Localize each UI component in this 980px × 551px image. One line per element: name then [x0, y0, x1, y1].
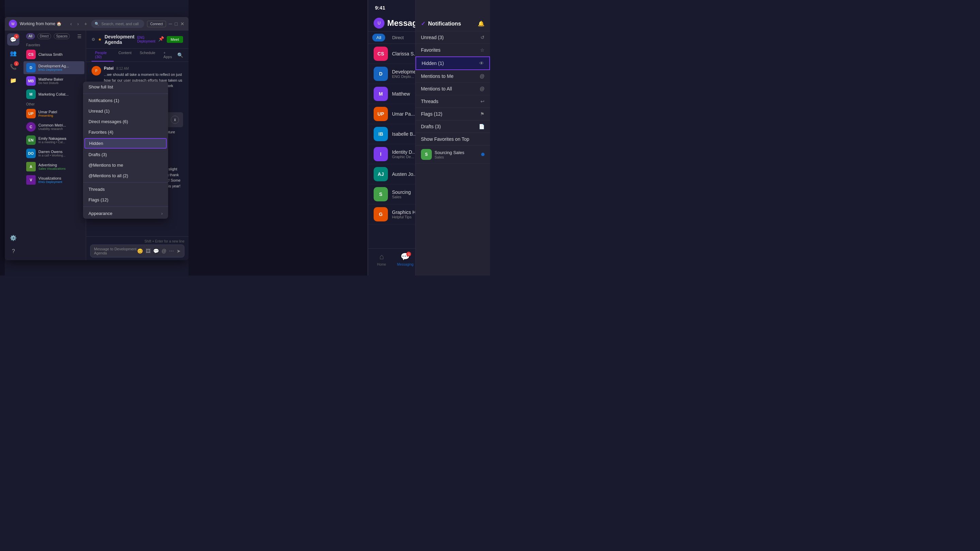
sidebar-icon-chat[interactable]: 💬 4: [7, 33, 19, 46]
sidebar-icon-team[interactable]: 👥: [7, 47, 19, 59]
notif-item-sourcing[interactable]: S Sourcing Sales Sales: [415, 146, 490, 164]
send-icon[interactable]: ➤: [177, 248, 181, 254]
channel-item-darren[interactable]: DO Darren Owens In a call • Working...: [24, 147, 84, 160]
notif-item-flags[interactable]: Flags (12) ⚑: [415, 108, 490, 121]
menu-item-show-full[interactable]: Show full list: [83, 82, 168, 92]
mobile-avatar: AJ: [374, 167, 388, 181]
home-icon: ⌂: [379, 252, 384, 261]
channel-name: Umar Patel: [38, 110, 82, 114]
menu-item-flags[interactable]: Flags (12): [83, 195, 168, 205]
notif-item-mentions-me[interactable]: Mentions to Me @: [415, 70, 490, 83]
image-icon[interactable]: 🖼: [146, 248, 150, 254]
viz-avatar: V: [26, 175, 36, 185]
channel-item-development[interactable]: D Development Ag... ENG Deployment: [24, 61, 84, 74]
mention-all-icon: @: [480, 86, 485, 92]
notif-item-threads[interactable]: Threads ↩: [415, 95, 490, 108]
notif-item-favorites[interactable]: Favorites ☆: [415, 44, 490, 56]
nav-item-messaging[interactable]: 💬 3 Messaging: [397, 252, 414, 266]
notif-item-mentions-all[interactable]: Mentions to All @: [415, 83, 490, 95]
close-button[interactable]: ✕: [180, 21, 185, 27]
menu-item-mentions-all[interactable]: @Mentions to all (2): [83, 170, 168, 181]
user-avatar: W: [9, 20, 17, 28]
filter-spaces[interactable]: Spaces: [54, 33, 70, 39]
connect-button[interactable]: Connect: [147, 21, 166, 27]
channel-item-emily[interactable]: EN Emily Nakagawa In a meeting • Cal...: [24, 134, 84, 147]
notif-label: Hidden (1): [422, 60, 444, 66]
filter-all[interactable]: All: [26, 33, 35, 39]
search-bar[interactable]: 🔍 Search, meet, and call: [91, 20, 144, 28]
notif-channel-name: Sourcing Sales: [434, 150, 464, 155]
filter-direct[interactable]: Direct: [37, 33, 51, 39]
channel-item-marketing[interactable]: M Marketing Collat...: [24, 88, 84, 101]
channel-list: All Direct Spaces ☰ Favorites CS Clariss…: [22, 30, 86, 260]
menu-item-drafts[interactable]: Drafts (3): [83, 149, 168, 160]
darren-avatar: DO: [26, 149, 36, 158]
mobile-avatar: UP: [374, 107, 388, 121]
menu-item-direct[interactable]: Direct messages (6): [83, 116, 168, 127]
channel-item-matthew[interactable]: MB Matthew Baker Do Not Disturb: [24, 75, 84, 87]
channel-subtitle: ENG Deployment: [137, 36, 155, 43]
menu-item-unread[interactable]: Unread (1): [83, 106, 168, 116]
back-button[interactable]: ‹: [69, 21, 73, 27]
menu-item-favorites[interactable]: Favorites (4): [83, 127, 168, 137]
mobile-avatar: IB: [374, 127, 388, 141]
download-button[interactable]: ⬇: [171, 116, 179, 124]
more-icon[interactable]: ⋯: [169, 248, 174, 254]
notif-item-hidden[interactable]: Hidden (1) 👁: [415, 56, 490, 70]
channel-info: Common Metri... Usability research: [38, 123, 82, 130]
matthew-avatar: MB: [26, 76, 36, 86]
meet-button[interactable]: Meet: [167, 36, 183, 43]
nav-item-home[interactable]: ⌂ Home: [377, 252, 386, 266]
menu-item-mentions-me[interactable]: @Mentions to me: [83, 160, 168, 170]
menu-item-threads[interactable]: Threads: [83, 184, 168, 195]
notif-item-unread[interactable]: Unread (3) ↺: [415, 31, 490, 44]
tab-content[interactable]: Content: [115, 49, 135, 62]
channel-item-umar[interactable]: UP Umar Patel Presenting: [24, 107, 84, 120]
channel-item-advertising[interactable]: A Advertising Sales Visualizations: [24, 160, 84, 173]
channel-item-clarissa[interactable]: CS Clarissa Smith: [24, 48, 84, 61]
mobile-tab-direct[interactable]: Direct: [388, 34, 408, 41]
notif-label: Favorites: [421, 47, 441, 53]
star-icon[interactable]: ★: [98, 37, 102, 42]
dropdown-menu: Show full list Notifications (1) Unread …: [83, 82, 168, 219]
clarissa-avatar: CS: [26, 50, 36, 59]
channel-item-viz[interactable]: V Visualizations ENG Deployment: [24, 173, 84, 186]
channel-list-header: All Direct Spaces ☰: [22, 30, 86, 42]
sidebar-icons: 💬 4 👥 📞 1 📁 ⚙️ ?: [5, 30, 22, 260]
channel-sub: In a meeting • Cal...: [38, 140, 82, 144]
mention-icon[interactable]: @: [162, 248, 166, 254]
mobile-user-avatar[interactable]: U: [374, 18, 385, 29]
maximize-button[interactable]: □: [175, 21, 178, 27]
emoji-icon[interactable]: 😊: [137, 248, 143, 254]
message-input[interactable]: Message to Development Agenda 😊 🖼 💬 @ ⋯ …: [90, 245, 185, 257]
minimize-button[interactable]: ─: [169, 21, 172, 27]
search-messages-icon[interactable]: 🔍: [177, 52, 183, 58]
notif-item-show-favorites[interactable]: Show Favorites on Top: [415, 133, 490, 146]
team-icon: 👥: [10, 50, 17, 56]
mobile-tab-all[interactable]: All: [372, 34, 385, 41]
tab-schedule[interactable]: Schedule: [136, 49, 159, 62]
search-placeholder: Search, meet, and call: [102, 22, 138, 26]
forward-button[interactable]: ›: [76, 21, 80, 27]
tab-people[interactable]: People (30): [92, 49, 114, 62]
sidebar-icon-files[interactable]: 📁: [7, 74, 19, 86]
sidebar-icon-apps[interactable]: ⚙️: [7, 232, 19, 244]
bell-icon[interactable]: 🔔: [478, 21, 485, 27]
menu-item-appearance[interactable]: Appearance ›: [83, 208, 168, 219]
settings-icon[interactable]: ⚙: [92, 37, 95, 42]
pin-icon[interactable]: 📌: [158, 36, 164, 43]
new-tab-button[interactable]: +: [83, 21, 89, 27]
gif-icon[interactable]: 💬: [153, 248, 159, 254]
menu-item-notifications[interactable]: Notifications (1): [83, 95, 168, 106]
menu-item-hidden[interactable]: Hidden: [84, 138, 167, 149]
channel-name: Development Ag...: [38, 64, 82, 68]
sidebar-icon-help[interactable]: ?: [7, 245, 19, 257]
channel-item-common[interactable]: C Common Metri... Usability research: [24, 121, 84, 133]
advertising-avatar: A: [26, 162, 36, 171]
filter-icon[interactable]: ☰: [77, 34, 82, 39]
notif-item-drafts[interactable]: Drafts (3) 📄: [415, 121, 490, 133]
messaging-badge: 3: [406, 252, 411, 256]
add-apps-button[interactable]: + Apps: [160, 49, 176, 62]
other-section-label: Other: [22, 101, 86, 107]
sidebar-icon-calls[interactable]: 📞 1: [7, 60, 19, 73]
